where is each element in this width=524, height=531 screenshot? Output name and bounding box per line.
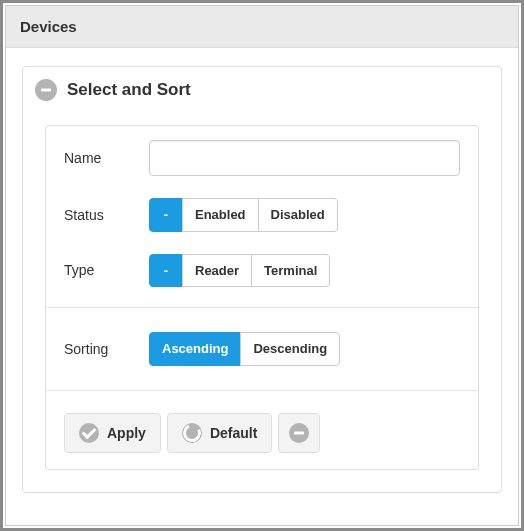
type-toggle: - Reader Terminal bbox=[149, 254, 330, 288]
type-reader-button[interactable]: Reader bbox=[182, 254, 252, 288]
panel-body: Select and Sort Name Status - Enabled Di… bbox=[6, 48, 518, 511]
sorting-ascending-button[interactable]: Ascending bbox=[149, 332, 241, 366]
divider-1 bbox=[46, 307, 478, 308]
status-row: Status - Enabled Disabled bbox=[46, 190, 478, 246]
sorting-toggle: Ascending Descending bbox=[149, 332, 340, 366]
sorting-descending-button[interactable]: Descending bbox=[240, 332, 340, 366]
clear-button[interactable] bbox=[278, 413, 320, 453]
collapse-icon bbox=[35, 79, 57, 101]
refresh-icon bbox=[182, 423, 202, 443]
sorting-label: Sorting bbox=[64, 341, 149, 357]
check-icon bbox=[79, 423, 99, 443]
window-frame: Devices Select and Sort Name Status bbox=[0, 0, 524, 531]
divider-2 bbox=[46, 390, 478, 391]
default-label: Default bbox=[210, 425, 257, 441]
type-any-button[interactable]: - bbox=[149, 254, 183, 288]
name-label: Name bbox=[64, 150, 149, 166]
type-label: Type bbox=[64, 262, 149, 278]
panel-header: Devices bbox=[6, 6, 518, 48]
type-row: Type - Reader Terminal bbox=[46, 246, 478, 302]
section-header[interactable]: Select and Sort bbox=[23, 67, 501, 113]
type-terminal-button[interactable]: Terminal bbox=[251, 254, 330, 288]
apply-label: Apply bbox=[107, 425, 146, 441]
sorting-row: Sorting Ascending Descending bbox=[46, 314, 478, 384]
status-enabled-button[interactable]: Enabled bbox=[182, 198, 259, 232]
name-row: Name bbox=[46, 126, 478, 190]
default-button[interactable]: Default bbox=[167, 413, 272, 453]
status-toggle: - Enabled Disabled bbox=[149, 198, 338, 232]
filters-card: Name Status - Enabled Disabled Type bbox=[45, 125, 479, 470]
action-toolbar: Apply Default bbox=[46, 397, 478, 469]
status-label: Status bbox=[64, 207, 149, 223]
apply-button[interactable]: Apply bbox=[64, 413, 161, 453]
name-input[interactable] bbox=[149, 140, 460, 176]
status-disabled-button[interactable]: Disabled bbox=[258, 198, 338, 232]
minus-icon bbox=[289, 423, 309, 443]
status-any-button[interactable]: - bbox=[149, 198, 183, 232]
panel: Devices Select and Sort Name Status bbox=[5, 5, 519, 526]
panel-title: Devices bbox=[20, 18, 77, 35]
section-title: Select and Sort bbox=[67, 80, 191, 100]
select-sort-card: Select and Sort Name Status - Enabled Di… bbox=[22, 66, 502, 493]
